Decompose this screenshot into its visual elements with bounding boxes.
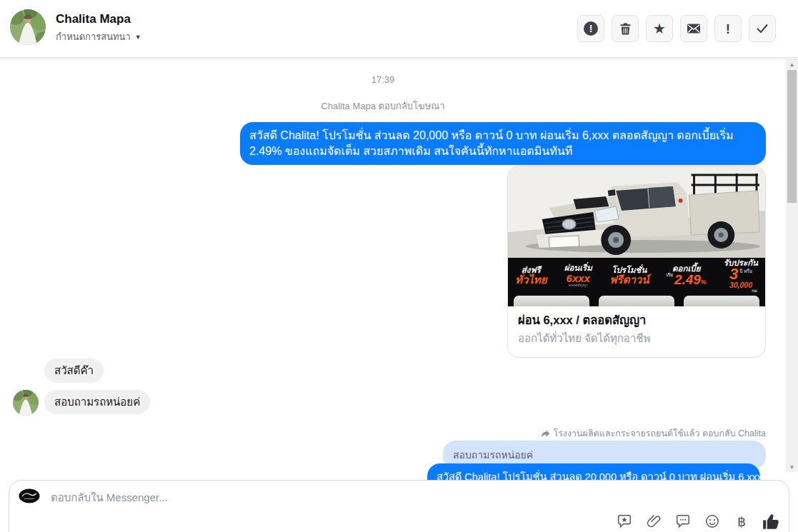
composer-actions: ฿ <box>615 512 780 531</box>
scrollbar-thumb[interactable] <box>787 70 797 203</box>
speech-star-icon <box>617 513 632 529</box>
conversation-schedule-dropdown[interactable]: กำหนดการสนทนา ▼ <box>56 29 141 44</box>
check-icon <box>755 21 769 36</box>
contact-avatar[interactable] <box>10 9 46 45</box>
attachment-button[interactable] <box>644 512 663 531</box>
photo-thumbnail <box>684 296 759 306</box>
envelope-icon <box>687 21 701 36</box>
card-subtitle: ออกได้ทั่วไทย จัดได้ทุกอาชีพ <box>518 330 755 347</box>
reply-context-label: โรงงานผลิตและกระจายรถยนต์ใช้แล้ว ตอบกลับ… <box>553 426 766 441</box>
reply-composer: ฿ <box>9 480 789 532</box>
flag-followup-button[interactable]: ! <box>714 15 742 42</box>
promo-free-delivery: ส่งฟรี ทั่วไทย <box>515 266 547 286</box>
exclamation-icon: ! <box>726 22 730 36</box>
card-title: ผ่อน 6,xxx / ตลอดสัญญา <box>518 313 755 328</box>
thumbs-up-icon <box>762 512 780 531</box>
smiley-icon <box>704 513 720 529</box>
messenger-conversation-window: Chalita Mapa กำหนดการสนทนา ▼ ! ★ <box>0 0 798 532</box>
ad-attachment-card[interactable]: ส่งฟรี ทั่วไทย ผ่อนเริ่ม 6xxx ตลอดสัญญา … <box>507 166 766 358</box>
saved-replies-button[interactable] <box>615 512 634 531</box>
comment-button[interactable] <box>674 512 692 531</box>
conversation-header: Chalita Mapa กำหนดการสนทนา ▼ ! ★ <box>0 0 798 58</box>
reply-arrow-icon <box>541 430 550 438</box>
promo-installment: ผ่อนเริ่ม 6xxx ตลอดสัญญา <box>564 264 592 287</box>
mark-unread-button[interactable] <box>680 15 707 42</box>
photo-thumbnail <box>514 296 589 306</box>
page-logo <box>19 488 40 503</box>
outgoing-ad-message[interactable]: สวัสดี Chalita! โปรโมชั่น ส่วนลด 20,000 … <box>240 122 766 165</box>
chevron-down-icon: ▼ <box>135 34 141 41</box>
circle-exclamation-icon: ! <box>584 21 598 36</box>
contact-avatar-small[interactable] <box>13 390 39 416</box>
ad-reply-context: Chalita Mapa ตอบกลับโฆษณา <box>0 99 766 114</box>
chat-scrollbar[interactable]: ▲ ▼ <box>786 59 798 472</box>
emoji-button[interactable] <box>703 512 722 531</box>
mark-done-button[interactable] <box>749 15 776 42</box>
favorite-button[interactable]: ★ <box>646 15 673 42</box>
schedule-label: กำหนดการสนทนา <box>56 29 131 44</box>
vehicle-photo <box>508 166 765 258</box>
paperclip-icon <box>646 513 662 529</box>
like-button[interactable] <box>762 512 780 531</box>
promo-interest: ดอกเบี้ย เริ่ม2.49% <box>667 264 707 287</box>
trash-icon <box>619 22 632 36</box>
incoming-message[interactable]: สวัสดีค๊า <box>44 358 104 383</box>
conversation-toolbar: ! ★ ! <box>577 15 776 42</box>
message-thread: 17:39 Chalita Mapa ตอบกลับโฆษณา สวัสดี C… <box>0 58 798 532</box>
avatar-photo <box>10 9 46 45</box>
photo-thumbnails-strip <box>508 293 765 306</box>
promo-warranty: รับประกัน 3 ปี หรือ 30,000กม. <box>724 259 758 293</box>
baht-icon: ฿ <box>737 515 746 528</box>
promo-free-down: โปรโมชั่น ฟรีดาวน์ <box>609 266 649 286</box>
incoming-message[interactable]: สอบถามรถหน่อยค่ <box>44 390 150 414</box>
scroll-up-arrow[interactable]: ▲ <box>786 59 798 69</box>
message-input[interactable] <box>49 488 495 506</box>
card-info: ผ่อน 6,xxx / ตลอดสัญญา ออกได้ทั่วไทย จัด… <box>508 306 765 357</box>
promo-banner: ส่งฟรี ทั่วไทย ผ่อนเริ่ม 6xxx ตลอดสัญญา … <box>508 258 765 293</box>
photo-thumbnail <box>599 296 674 306</box>
avatar-photo <box>13 390 39 416</box>
star-icon: ★ <box>653 21 666 36</box>
delete-button[interactable] <box>612 15 639 42</box>
pickup-truck-image <box>508 166 765 258</box>
report-button[interactable]: ! <box>577 15 604 42</box>
reply-context: โรงงานผลิตและกระจายรถยนต์ใช้แล้ว ตอบกลับ… <box>541 426 766 441</box>
contact-name: Chalita Mapa <box>56 12 131 26</box>
speech-dots-icon <box>675 513 691 529</box>
timestamp: 17:39 <box>0 74 766 85</box>
scroll-down-arrow[interactable]: ▼ <box>786 462 798 472</box>
payment-button[interactable]: ฿ <box>732 512 751 531</box>
